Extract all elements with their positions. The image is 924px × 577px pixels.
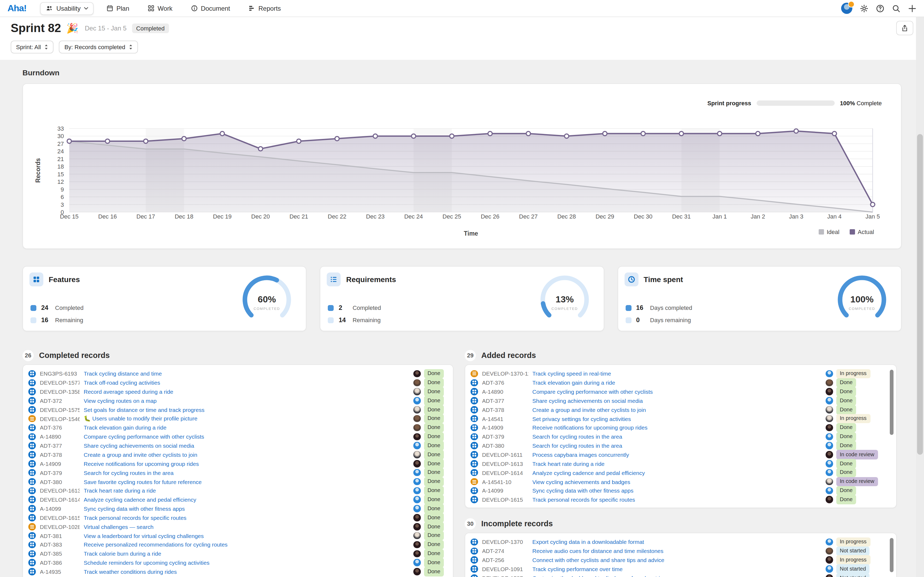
feature-icon: [470, 379, 478, 386]
record-id: DEVELOP-1577: [40, 380, 79, 386]
record-status-group: Done: [825, 432, 891, 441]
added-list-scrollbar[interactable]: [890, 370, 893, 435]
record-title-link[interactable]: Create a group and invite other cyclists…: [84, 451, 409, 458]
incomplete-list-scrollbar[interactable]: [890, 538, 893, 572]
record-title-link[interactable]: 🐛 Users unable to modify their profile p…: [84, 415, 409, 422]
burndown-chart-card: Sprint progress 100% Complete 0369121518…: [23, 83, 901, 249]
record-row: DEVELOP-1575 Set goals for distance or t…: [28, 405, 447, 414]
record-id: DEVELOP-1614: [40, 496, 79, 503]
record-title-link[interactable]: Track off-road cycling activities: [84, 380, 409, 386]
record-title-link[interactable]: Receive audio cues for distance and time…: [532, 548, 821, 554]
record-title-link[interactable]: Sync cycling data with other fitness app…: [84, 505, 409, 512]
plus-icon[interactable]: [908, 4, 916, 13]
record-title-link[interactable]: Track calorie burn during a ride: [84, 551, 409, 557]
record-status-group: Done: [414, 405, 447, 414]
by-filter-dropdown[interactable]: By: Records completed: [59, 40, 138, 53]
record-title-link[interactable]: Connect with other cyclists and share ti…: [532, 557, 821, 563]
filter-bar: Sprint: All By: Records completed: [11, 40, 913, 53]
share-button[interactable]: [896, 21, 913, 35]
record-title-link[interactable]: Receive personalized recommendations for…: [84, 542, 409, 548]
assignee-avatar: [825, 379, 833, 386]
record-title-link[interactable]: Track elevation gain during a ride: [532, 380, 821, 386]
user-avatar[interactable]: [841, 3, 852, 14]
assignee-avatar: [825, 451, 833, 458]
record-title-link[interactable]: View cycling achievements and badges: [532, 479, 821, 485]
feature-icon: [28, 487, 36, 494]
record-title-link[interactable]: Compare cycling performance with other c…: [532, 388, 821, 395]
record-id: ADT-380: [482, 442, 528, 449]
status-badge: Not started: [836, 573, 870, 577]
record-title-link[interactable]: Search for cycling routes in the area: [532, 434, 821, 440]
record-title-link[interactable]: Track cycling speed in real-time: [532, 371, 821, 377]
svg-text:Dec 21: Dec 21: [289, 213, 308, 220]
record-title-link[interactable]: Sync cycling data with other fitness app…: [532, 488, 821, 494]
feature-icon: [470, 496, 478, 503]
nav-item-plan[interactable]: Plan: [101, 2, 135, 15]
gear-icon[interactable]: [860, 4, 868, 13]
nav-item-reports[interactable]: Reports: [243, 2, 286, 15]
record-title-link[interactable]: Track personal records for specific rout…: [84, 514, 409, 521]
sprint-filter-dropdown[interactable]: Sprint: All: [11, 40, 54, 53]
record-title-link[interactable]: Share cycling achievements on social med…: [84, 442, 409, 449]
help-icon[interactable]: [876, 4, 884, 13]
record-title-link[interactable]: Track cycling distance and time: [84, 371, 409, 377]
record-id: ADT-381: [40, 532, 79, 539]
record-row: ADT-385 Track calorie burn during a ride…: [28, 549, 447, 558]
record-id: ADT-378: [40, 451, 79, 458]
record-title-link[interactable]: Track heart rate during a ride: [84, 488, 409, 494]
record-title-link[interactable]: Customize the dashboard to display prefe…: [532, 575, 821, 577]
record-title-link[interactable]: Schedule reminders for upcoming cycling …: [84, 559, 409, 566]
record-status-group: Done: [414, 558, 447, 567]
status-badge: Done: [424, 432, 444, 441]
status-badge: Done: [424, 531, 444, 540]
record-title-link[interactable]: View cycling routes on a map: [84, 398, 409, 404]
assignee-avatar: [825, 424, 833, 431]
search-icon[interactable]: [892, 4, 900, 13]
record-title-link[interactable]: Analyze cycling cadence and pedal effici…: [84, 496, 409, 503]
record-title-link[interactable]: Search for cycling routes in the area: [84, 469, 409, 476]
assignee-avatar: [414, 424, 420, 431]
record-status-group: Done: [414, 531, 447, 540]
svg-text:33: 33: [58, 125, 64, 132]
record-title-link[interactable]: Create a group and invite other cyclists…: [532, 406, 821, 413]
record-title-link[interactable]: Track personal records for specific rout…: [532, 496, 821, 503]
assignee-avatar: [825, 478, 833, 485]
record-title-link[interactable]: Receive notifications for upcoming group…: [84, 461, 409, 467]
record-title-link[interactable]: Track cycling performance over time: [532, 566, 821, 572]
record-title-link[interactable]: Save favorite cycling routes for future …: [84, 479, 409, 485]
page-scrollbar-thumb[interactable]: [917, 134, 923, 455]
record-row: A-14909 Receive notifications for upcomi…: [470, 423, 891, 432]
nav-item-document[interactable]: Document: [185, 2, 235, 15]
record-title-link[interactable]: Process capybara images concurrently: [532, 451, 821, 458]
nav-item-usability[interactable]: Usability: [40, 2, 94, 15]
completed-value: 16: [636, 304, 645, 311]
record-title-link[interactable]: Analyze cycling cadence and pedal effici…: [532, 469, 821, 476]
record-title-link[interactable]: Virtual challenges — search: [84, 524, 409, 530]
aha-logo[interactable]: Aha!: [8, 3, 26, 14]
sprint-date-range: Dec 15 - Jan 5: [85, 24, 126, 32]
record-title-link[interactable]: Search for cycling routes in the area: [532, 442, 821, 449]
record-title-link[interactable]: View a leaderboard for virtual cycling c…: [84, 532, 409, 539]
nav-item-work[interactable]: Work: [142, 2, 178, 15]
record-status-group: Done: [825, 468, 891, 477]
record-title-link[interactable]: Share cycling achievements on social med…: [532, 398, 821, 404]
status-badge: Done: [424, 567, 444, 576]
record-title-link[interactable]: Export cycling data in a downloadable fo…: [532, 539, 821, 545]
record-title-link[interactable]: Set privacy settings for cycling activit…: [532, 415, 821, 422]
record-title-link[interactable]: Set goals for distance or time and track…: [84, 406, 409, 413]
record-title-link[interactable]: Receive notifications for upcoming group…: [532, 424, 821, 431]
record-row: ADT-378 Create a group and invite other …: [470, 405, 891, 414]
status-badge: Done: [836, 495, 856, 504]
assignee-avatar: [414, 406, 420, 413]
record-id: DEVELOP-1358: [40, 388, 79, 395]
svg-text:Dec 23: Dec 23: [366, 213, 385, 220]
record-title-link[interactable]: Record average speed during a ride: [84, 388, 409, 395]
record-title-link[interactable]: Track elevation gain during a ride: [84, 424, 409, 431]
record-title-link[interactable]: Track weather conditions during rides: [84, 569, 409, 575]
assignee-avatar: [825, 415, 833, 422]
record-title-link[interactable]: Track heart rate during a ride: [532, 461, 821, 467]
record-title-link[interactable]: Compare cycling performance with other c…: [84, 434, 409, 440]
record-id: DEVELOP-1370: [482, 539, 528, 545]
record-row: A-14099 Sync cycling data with other fit…: [28, 504, 447, 513]
assignee-avatar: [414, 415, 420, 422]
